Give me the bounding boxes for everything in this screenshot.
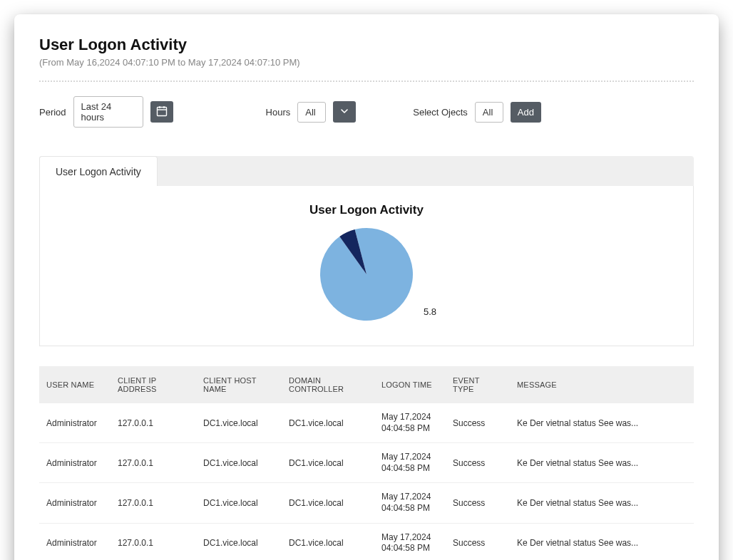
hours-input[interactable]: All xyxy=(297,102,326,123)
cell-time: May 17,202404:04:58 PM xyxy=(374,443,446,483)
cell-ip: 127.0.0.1 xyxy=(111,483,196,523)
table-row[interactable]: Administrator127.0.0.1DC1.vice.localDC1.… xyxy=(39,443,694,483)
col-time[interactable]: LOGON TIME xyxy=(374,366,446,403)
col-ip[interactable]: CLIENT IP ADDRESS xyxy=(111,366,196,403)
cell-ip: 127.0.0.1 xyxy=(111,523,196,560)
cell-event: Success xyxy=(446,523,510,560)
cell-message: Ke Der vietnal status See was... xyxy=(510,443,694,483)
hours-filter: Hours All xyxy=(266,101,357,123)
cell-user: Administrator xyxy=(39,483,111,523)
cell-ip: 127.0.0.1 xyxy=(111,443,196,483)
chevron-down-icon xyxy=(340,107,349,118)
period-filter: Period Last 24 hours xyxy=(39,96,173,128)
cell-time: May 17,202404:04:58 PM xyxy=(374,523,446,560)
cell-dc: DC1.vice.local xyxy=(282,403,374,443)
add-button[interactable]: Add xyxy=(511,102,541,123)
col-event[interactable]: EVENT TYPE xyxy=(446,366,510,403)
cell-user: Administrator xyxy=(39,403,111,443)
objects-label: Select Ojects xyxy=(413,107,468,118)
col-message[interactable]: MESSAGE xyxy=(510,366,694,403)
cell-user: Administrator xyxy=(39,523,111,560)
period-label: Period xyxy=(39,107,66,118)
cell-dc: DC1.vice.local xyxy=(282,443,374,483)
cell-host: DC1.vice.local xyxy=(196,523,282,560)
date-range: (From May 16,2024 04:07:10 PM to May 17,… xyxy=(39,57,694,68)
cell-event: Success xyxy=(446,403,510,443)
pie-annotation: 5.8 xyxy=(424,306,436,317)
tab-bar: User Logon Activity xyxy=(39,156,694,186)
chart-area: User Logon Activity 5.8 xyxy=(39,186,694,346)
table-header-row: USER NAME CLIENT IP ADDRESS CLIENT HOST … xyxy=(39,366,694,403)
cell-dc: DC1.vice.local xyxy=(282,523,374,560)
col-user[interactable]: USER NAME xyxy=(39,366,111,403)
objects-filter: Select Ojects All Add xyxy=(413,102,541,123)
cell-message: Ke Der vietnal status See was... xyxy=(510,403,694,443)
divider xyxy=(39,81,694,82)
calendar-button[interactable] xyxy=(150,101,173,123)
period-input[interactable]: Last 24 hours xyxy=(73,96,143,128)
page-title: User Logon Activity xyxy=(39,36,694,54)
cell-message: Ke Der vietnal status See was... xyxy=(510,523,694,560)
tab-user-logon-activity[interactable]: User Logon Activity xyxy=(39,156,158,186)
cell-user: Administrator xyxy=(39,443,111,483)
hours-dropdown-button[interactable] xyxy=(333,101,356,123)
cell-ip: 127.0.0.1 xyxy=(111,403,196,443)
filter-row: Period Last 24 hours Hours All xyxy=(39,96,694,128)
cell-host: DC1.vice.local xyxy=(196,483,282,523)
cell-time: May 17,202404:04:58 PM xyxy=(374,483,446,523)
col-dc[interactable]: DOMAIN CONTROLLER xyxy=(282,366,374,403)
col-host[interactable]: CLIENT HOST NAME xyxy=(196,366,282,403)
objects-input[interactable]: All xyxy=(475,102,503,123)
calendar-icon xyxy=(156,105,168,119)
pie-chart: 5.8 xyxy=(47,224,686,324)
cell-dc: DC1.vice.local xyxy=(282,483,374,523)
cell-host: DC1.vice.local xyxy=(196,443,282,483)
table-row[interactable]: Administrator127.0.0.1DC1.vice.localDC1.… xyxy=(39,523,694,560)
svg-rect-0 xyxy=(157,107,166,115)
cell-event: Success xyxy=(446,483,510,523)
cell-host: DC1.vice.local xyxy=(196,403,282,443)
logon-table: USER NAME CLIENT IP ADDRESS CLIENT HOST … xyxy=(39,366,694,560)
cell-event: Success xyxy=(446,443,510,483)
table-row[interactable]: Administrator127.0.0.1DC1.vice.localDC1.… xyxy=(39,483,694,523)
cell-time: May 17,202404:04:58 PM xyxy=(374,403,446,443)
chart-title: User Logon Activity xyxy=(47,203,686,217)
table-row[interactable]: Administrator127.0.0.1DC1.vice.localDC1.… xyxy=(39,403,694,443)
cell-message: Ke Der vietnal status See was... xyxy=(510,483,694,523)
report-panel: User Logon Activity (From May 16,2024 04… xyxy=(14,14,719,560)
hours-label: Hours xyxy=(266,107,291,118)
